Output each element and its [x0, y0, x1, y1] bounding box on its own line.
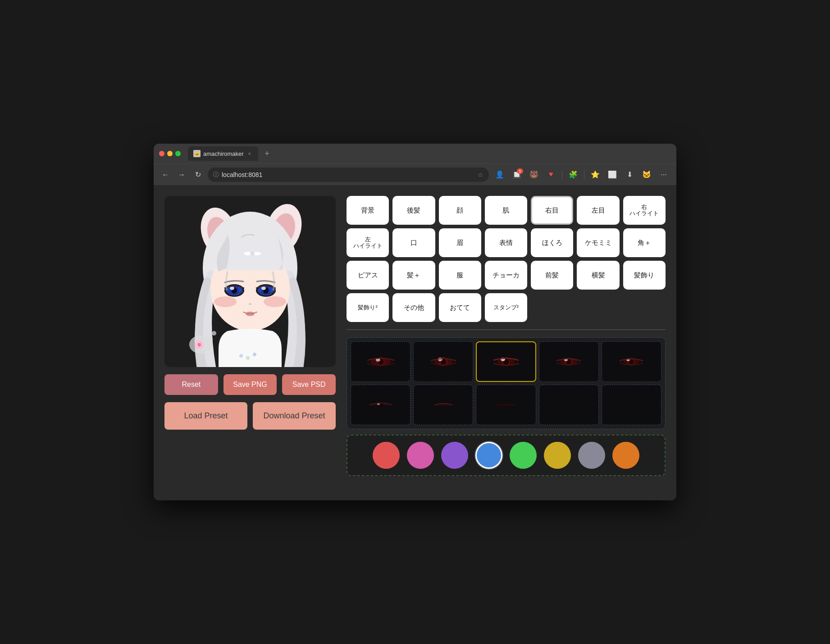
more-icon[interactable]: ···: [657, 168, 671, 182]
collections-icon[interactable]: ⬜: [605, 168, 620, 182]
svg-point-26: [212, 331, 216, 336]
color-green[interactable]: [510, 442, 537, 469]
category-choker[interactable]: チョーカ: [485, 261, 527, 290]
download-icon[interactable]: ⬇: [622, 168, 637, 182]
color-blue[interactable]: [475, 442, 502, 469]
close-button[interactable]: [159, 151, 164, 156]
separator2: [584, 170, 584, 179]
eye-icon-5: [616, 354, 647, 369]
info-icon: ⓘ: [213, 171, 219, 179]
color-pink[interactable]: [407, 442, 434, 469]
category-front-hair[interactable]: 前髪: [531, 261, 573, 290]
color-purple[interactable]: [441, 442, 468, 469]
eye-item-7[interactable]: [413, 385, 473, 425]
category-skin[interactable]: 肌: [485, 196, 527, 225]
category-fur[interactable]: ケモミミ: [577, 228, 619, 257]
category-earring[interactable]: ピアス: [347, 261, 389, 290]
svg-point-24: [246, 356, 250, 360]
tab-close-button[interactable]: ×: [246, 150, 253, 157]
category-horn[interactable]: 角＋: [623, 228, 666, 257]
menu-icon2[interactable]: 🔻: [544, 168, 558, 182]
category-mouth[interactable]: 口: [392, 228, 435, 257]
eye-icon-4: [553, 354, 584, 369]
svg-point-21: [250, 251, 255, 256]
eye-icon-7: [428, 402, 459, 408]
eye-item-1[interactable]: [351, 341, 410, 382]
item-grid-container: [347, 337, 666, 429]
tab-title: amachiromaker: [203, 150, 244, 157]
addon-icon[interactable]: 🐻: [527, 168, 541, 182]
new-tab-button[interactable]: +: [261, 147, 274, 160]
category-hair-deco[interactable]: 髪飾り: [623, 261, 666, 290]
category-bg[interactable]: 背景: [347, 196, 389, 225]
character-svg: 🌸: [164, 196, 336, 367]
category-expression[interactable]: 表情: [485, 228, 527, 257]
eye-item-4[interactable]: [539, 341, 599, 382]
forward-button[interactable]: →: [175, 168, 188, 181]
extensions-icon[interactable]: 🔲 5: [510, 168, 524, 182]
reload-button[interactable]: ↻: [192, 168, 204, 181]
puzzle-icon[interactable]: 🧩: [566, 168, 580, 182]
eye-item-3[interactable]: [476, 341, 536, 382]
category-other[interactable]: その他: [392, 293, 435, 322]
color-red[interactable]: [373, 442, 400, 469]
tab-favicon: 🐱: [193, 150, 201, 157]
category-hair-deco2[interactable]: 髪飾り²: [347, 293, 389, 322]
svg-point-18: [261, 286, 266, 290]
svg-point-23: [239, 354, 243, 358]
right-panel: 背景 後髪 顔 肌 右目 左目 右ハイライト 左ハイライト 口 眉 表情 ほくろ…: [347, 196, 666, 490]
eye-item-2[interactable]: [413, 341, 473, 382]
svg-point-19: [246, 312, 255, 316]
category-side-hair[interactable]: 横髪: [577, 261, 619, 290]
reset-button[interactable]: Reset: [164, 374, 218, 395]
svg-text:🌸: 🌸: [194, 340, 205, 349]
address-bar[interactable]: ⓘ localhost:8081 ☆: [208, 168, 489, 182]
eye-item-8[interactable]: [476, 385, 536, 425]
separator: [562, 170, 562, 179]
eye-item-5[interactable]: [602, 341, 661, 382]
category-eyebrow[interactable]: 眉: [439, 228, 481, 257]
category-stamp[interactable]: スタンプ²: [485, 293, 527, 322]
category-clothes[interactable]: 服: [439, 261, 481, 290]
character-preview: 🌸: [164, 196, 336, 367]
active-tab[interactable]: 🐱 amachiromaker ×: [188, 146, 258, 161]
eye-row-1: [351, 341, 661, 382]
back-button[interactable]: ←: [159, 168, 172, 181]
color-gray[interactable]: [578, 442, 605, 469]
save-psd-button[interactable]: Save PSD: [282, 374, 336, 395]
eye-icon-8: [490, 403, 522, 407]
nav-icons: 👤 🔲 5 🐻 🔻 🧩 ⭐ ⬜ ⬇ 🐱 ···: [493, 168, 671, 182]
profile-icon[interactable]: 👤: [493, 168, 507, 182]
category-blush[interactable]: ほくろ: [531, 228, 573, 257]
eye-icon-2: [428, 354, 459, 369]
minimize-button[interactable]: [167, 151, 173, 156]
download-preset-button[interactable]: Download Preset: [253, 402, 336, 430]
left-panel: 🌸 Reset Save PNG Save PSD Load Preset Do…: [164, 196, 336, 490]
nav-bar: ← → ↻ ⓘ localhost:8081 ☆ 👤 🔲 5 🐻 🔻 🧩 ⭐ ⬜…: [154, 163, 676, 185]
category-hand[interactable]: おてて: [439, 293, 481, 322]
maximize-button[interactable]: [175, 151, 181, 156]
color-yellow[interactable]: [544, 442, 571, 469]
load-preset-button[interactable]: Load Preset: [164, 402, 247, 430]
category-right-eye[interactable]: 右目: [531, 196, 573, 225]
category-right-highlight[interactable]: 右ハイライト: [623, 196, 666, 225]
category-face[interactable]: 顔: [439, 196, 481, 225]
eye-row-2: [351, 385, 661, 425]
category-hair-plus[interactable]: 髪＋: [392, 261, 435, 290]
eye-item-6[interactable]: [351, 385, 410, 425]
color-palette: [347, 435, 666, 476]
category-left-highlight[interactable]: 左ハイライト: [347, 228, 389, 257]
profile2-icon[interactable]: 🐱: [639, 168, 654, 182]
action-buttons: Reset Save PNG Save PSD: [164, 374, 336, 395]
svg-point-8: [264, 296, 286, 307]
eye-item-10[interactable]: [602, 385, 661, 425]
tab-bar: 🐱 amachiromaker × +: [188, 146, 671, 161]
eye-item-9[interactable]: [539, 385, 599, 425]
eye-icon-3: [490, 354, 522, 369]
color-orange[interactable]: [612, 442, 639, 469]
save-png-button[interactable]: Save PNG: [223, 374, 277, 395]
category-left-eye[interactable]: 左目: [577, 196, 619, 225]
category-back-hair[interactable]: 後髪: [392, 196, 435, 225]
eye-icon-6: [365, 400, 397, 409]
star2-icon[interactable]: ⭐: [588, 168, 602, 182]
